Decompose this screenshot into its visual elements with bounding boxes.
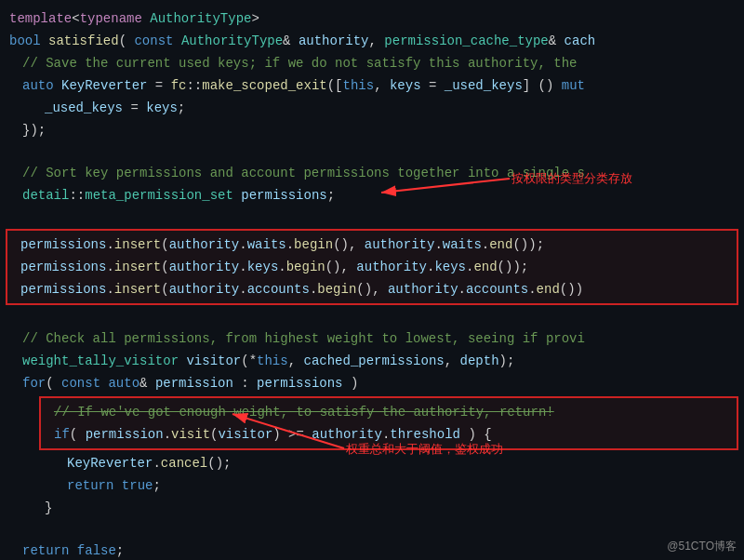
watermark: @51CTO博客 bbox=[667, 539, 737, 554]
code-line-22: } bbox=[0, 497, 744, 519]
code-line-12: permissions.insert(authority.keys.begin(… bbox=[11, 256, 733, 278]
highlight-block-1: permissions.insert(authority.waits.begin… bbox=[6, 229, 738, 305]
code-line-8: // Sort key permissions and account perm… bbox=[0, 162, 744, 184]
code-line-2: bool satisfied( const AuthorityType& aut… bbox=[0, 30, 744, 52]
code-line-13: permissions.insert(authority.accounts.be… bbox=[11, 278, 733, 300]
code-container: template<typename AuthorityType> bool sa… bbox=[0, 0, 744, 560]
code-line-3: // Save the current used keys; if we do … bbox=[0, 52, 744, 74]
code-line-4: auto KeyReverter = fc::make_scoped_exit(… bbox=[0, 74, 744, 97]
highlight-block-2: // If we've got enough weight, to satisf… bbox=[39, 396, 738, 450]
code-line-9: detail::meta_permission_set permissions; bbox=[0, 184, 744, 207]
code-line-21: return true; bbox=[0, 474, 744, 497]
code-line-10 bbox=[0, 207, 744, 227]
code-line-16: weight_tally_visitor visitor(*this, cach… bbox=[0, 350, 744, 372]
code-line-11: permissions.insert(authority.waits.begin… bbox=[11, 233, 733, 256]
code-line-18: // If we've got enough weight, to satisf… bbox=[45, 401, 733, 423]
code-line-5: _used_keys = keys; bbox=[0, 97, 744, 119]
code-line-20: KeyReverter.cancel(); bbox=[0, 452, 744, 474]
code-line-24: return false; bbox=[0, 540, 744, 560]
code-line-15: // Check all permissions, from highest w… bbox=[0, 327, 744, 350]
code-line-7 bbox=[0, 141, 744, 162]
code-line-14 bbox=[0, 307, 744, 327]
code-line-17: for( const auto& permission : permission… bbox=[0, 372, 744, 394]
code-line-23 bbox=[0, 519, 744, 540]
code-line-6: }); bbox=[0, 119, 744, 141]
code-line-1: template<typename AuthorityType> bbox=[0, 7, 744, 30]
code-line-19: if( permission.visit(visitor) >= authori… bbox=[45, 423, 733, 446]
